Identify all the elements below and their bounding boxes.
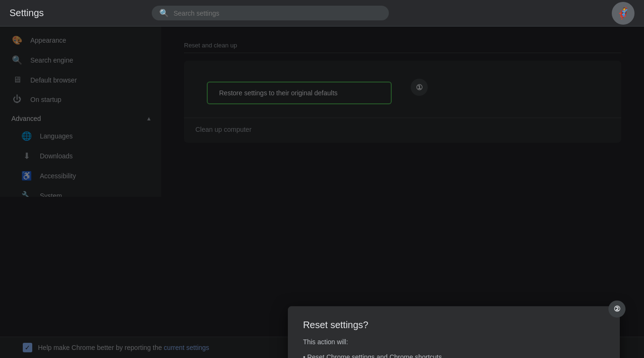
header-right: 🦸	[612, 2, 635, 25]
search-icon: 🔍	[159, 9, 169, 18]
header: Settings 🔍 🦸	[0, 0, 644, 27]
badge-2: ②	[608, 301, 626, 318]
dialog-title: Reset settings?	[303, 320, 605, 330]
search-bar[interactable]: 🔍	[152, 6, 389, 20]
dialog-list: • Reset Chrome settings and Chrome short…	[303, 351, 605, 358]
reset-dialog: ② Reset settings? This action will: • Re…	[288, 306, 620, 358]
avatar: 🦸	[612, 2, 635, 25]
dialog-body-label: This action will:	[303, 338, 605, 346]
app-title: Settings	[9, 8, 123, 18]
list-item: • Reset Chrome settings and Chrome short…	[303, 351, 605, 358]
search-input[interactable]	[174, 9, 381, 17]
